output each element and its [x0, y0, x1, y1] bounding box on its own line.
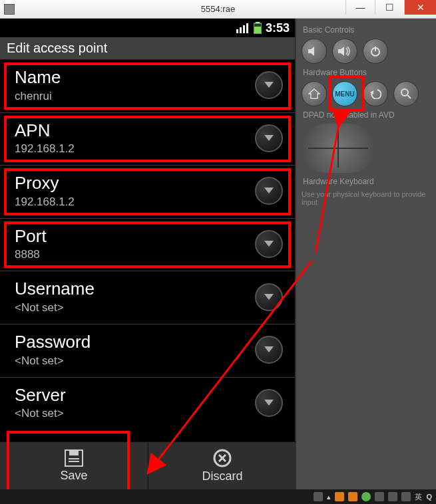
- tray-keyboard-icon[interactable]: [314, 492, 323, 501]
- window-app-icon: [4, 4, 15, 15]
- svg-marker-22: [338, 47, 344, 56]
- tray-signal-icon[interactable]: [388, 492, 397, 501]
- settings-list[interactable]: Name chenrui APN 192.168.1.2 Proxy 1: [0, 60, 295, 504]
- svg-rect-6: [254, 27, 261, 33]
- window-minimize-button[interactable]: —: [345, 0, 375, 15]
- window-close-button[interactable]: ✕: [404, 0, 436, 15]
- item-value: <Not set>: [15, 354, 91, 368]
- chevron-down-icon: [255, 230, 283, 258]
- svg-rect-15: [69, 450, 79, 455]
- annotation-highlight: [4, 221, 291, 269]
- setting-item-username[interactable]: Username <Not set>: [0, 271, 295, 324]
- dpad-control[interactable]: [302, 124, 375, 173]
- power-button[interactable]: [363, 39, 388, 64]
- item-value: chenrui: [15, 90, 61, 103]
- menu-button[interactable]: MENU: [332, 81, 357, 106]
- item-value: 8888: [15, 248, 47, 261]
- window-buttons: — ☐ ✕: [345, 0, 436, 15]
- svg-marker-9: [264, 188, 274, 193]
- chevron-down-icon: [255, 336, 283, 364]
- window-titlebar: 5554:rae — ☐ ✕: [0, 0, 436, 19]
- windows-taskbar: ▴ 英 Q: [0, 489, 436, 504]
- section-hardware-buttons: Hardware Buttons: [303, 68, 431, 77]
- volume-down-button[interactable]: [302, 39, 327, 64]
- section-basic-controls: Basic Controls: [303, 25, 431, 35]
- svg-rect-16: [69, 458, 79, 459]
- tray-battery-icon[interactable]: [375, 492, 384, 501]
- window-title: 5554:rae: [201, 4, 235, 14]
- item-value: <Not set>: [15, 301, 95, 315]
- svg-marker-10: [264, 241, 274, 247]
- svg-marker-25: [309, 89, 320, 98]
- battery-icon: [254, 22, 262, 34]
- svg-marker-12: [264, 346, 274, 352]
- page-title: Edit access point: [0, 37, 295, 60]
- item-value: 192.168.1.2: [15, 195, 75, 209]
- svg-marker-7: [264, 82, 274, 88]
- emulator-side-controls: Basic Controls Hardware Buttons MENU: [296, 19, 436, 504]
- save-icon: [64, 449, 84, 467]
- setting-item-port[interactable]: Port 8888: [0, 219, 295, 272]
- bottom-action-bar: Save Discard: [0, 441, 296, 489]
- item-title: Username: [15, 279, 95, 299]
- svg-rect-0: [236, 29, 238, 33]
- volume-down-icon: [308, 46, 320, 57]
- discard-label: Discard: [202, 469, 242, 483]
- setting-item-apn[interactable]: APN 192.168.1.2: [0, 113, 295, 166]
- main-area: 3:53 Edit access point Name chenrui APN …: [0, 19, 436, 504]
- svg-marker-11: [264, 294, 274, 300]
- save-label: Save: [60, 469, 87, 483]
- tray-volume-icon[interactable]: [401, 492, 411, 501]
- power-icon: [370, 46, 381, 57]
- emulator-screen: 3:53 Edit access point Name chenrui APN …: [0, 19, 296, 504]
- svg-rect-1: [240, 27, 242, 33]
- android-status-bar: 3:53: [0, 19, 295, 37]
- svg-rect-17: [69, 461, 79, 462]
- search-button[interactable]: [393, 81, 419, 106]
- save-button[interactable]: Save: [0, 442, 148, 489]
- item-value: <Not set>: [15, 407, 66, 420]
- svg-rect-2: [243, 25, 245, 33]
- home-button[interactable]: [302, 81, 327, 106]
- svg-point-27: [401, 89, 408, 96]
- svg-rect-3: [246, 23, 248, 33]
- signal-icon: [236, 23, 250, 33]
- chevron-down-icon: [255, 71, 283, 99]
- volume-up-button[interactable]: [332, 39, 357, 64]
- tray-ime[interactable]: 英: [415, 492, 422, 502]
- chevron-down-icon: [255, 389, 283, 417]
- setting-item-password[interactable]: Password <Not set>: [0, 324, 295, 378]
- setting-item-proxy[interactable]: Proxy 192.168.1.2: [0, 166, 295, 219]
- svg-line-28: [407, 95, 411, 98]
- item-title: Server: [15, 386, 66, 405]
- close-circle-icon: [212, 448, 232, 468]
- svg-marker-13: [264, 400, 274, 406]
- chevron-down-icon: [255, 124, 283, 152]
- back-button[interactable]: [363, 81, 388, 106]
- setting-item-name[interactable]: Name chenrui: [0, 60, 295, 113]
- keyboard-hint: Use your physical keyboard to provide in…: [302, 190, 431, 206]
- tray-extra[interactable]: Q: [426, 493, 432, 501]
- svg-marker-21: [308, 47, 314, 56]
- item-title: Port: [15, 227, 47, 246]
- item-title: Password: [15, 332, 91, 352]
- tray-icon-1[interactable]: [335, 492, 344, 501]
- tray-icon-3[interactable]: [361, 492, 371, 501]
- dpad-label: DPAD not enabled in AVD: [303, 110, 431, 120]
- tray-icon-2[interactable]: [348, 492, 357, 501]
- item-value: 192.168.1.2: [15, 142, 75, 156]
- item-title: Name: [15, 68, 61, 87]
- svg-marker-8: [264, 135, 274, 141]
- search-icon: [401, 88, 411, 99]
- window-maximize-button[interactable]: ☐: [375, 0, 404, 15]
- status-clock: 3:53: [266, 21, 290, 35]
- setting-item-server[interactable]: Server <Not set>: [0, 378, 295, 448]
- discard-button[interactable]: Discard: [148, 442, 296, 489]
- home-icon: [308, 88, 320, 99]
- back-icon: [369, 88, 381, 99]
- chevron-down-icon: [255, 177, 283, 205]
- volume-up-icon: [338, 46, 351, 57]
- tray-up-icon[interactable]: ▴: [327, 493, 331, 501]
- menu-label: MENU: [335, 90, 354, 98]
- item-title: APN: [15, 121, 75, 140]
